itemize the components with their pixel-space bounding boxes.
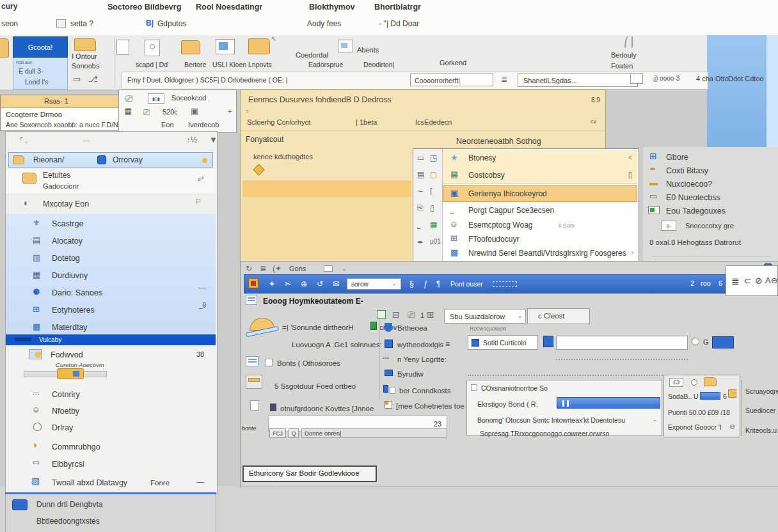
window-menu-item[interactable]: Gons bbox=[289, 265, 306, 273]
side-link[interactable]: Suediocer bbox=[745, 407, 775, 414]
menu-item[interactable]: Rool Noesdatingr bbox=[196, 3, 262, 12]
edit-icon[interactable]: (✦ bbox=[273, 265, 282, 272]
font-icon[interactable]: A⊖ bbox=[765, 276, 778, 285]
building-icon[interactable]: ⎚ bbox=[408, 310, 415, 319]
highlight-row[interactable] bbox=[242, 180, 411, 197]
block-icon[interactable]: ⊘ bbox=[755, 276, 763, 285]
sidebar-item-label[interactable]: Fodwvod bbox=[51, 350, 83, 359]
save-icon[interactable]: ▯ bbox=[430, 204, 434, 212]
connection-row[interactable]: Ekrstigoy Bond ( R, bbox=[477, 400, 538, 409]
ribbon-label[interactable]: Sonoobs bbox=[72, 62, 99, 70]
option-label[interactable]: 5 Ssgotduur Foed ortbeo bbox=[274, 382, 356, 391]
sidebar-item[interactable]: ▭ Elbbyrcsl bbox=[6, 457, 216, 474]
printer-icon[interactable]: ⎚ bbox=[143, 108, 150, 116]
footer-item[interactable]: Dunn drtl Dengbvta bbox=[36, 501, 102, 510]
fcj-button[interactable]: FCJ bbox=[269, 428, 286, 438]
menu-item[interactable]: ⎉ Esemcptocg Woag 4 Som bbox=[443, 219, 637, 233]
reply-icon[interactable]: ✦ bbox=[269, 280, 275, 288]
toolbar-item[interactable]: - ''| Dd Doar bbox=[379, 20, 419, 29]
wave-icon[interactable]: ∼ bbox=[417, 187, 424, 195]
sidebar-item[interactable]: Eetultes Gadoccionr ⥂ bbox=[6, 169, 216, 194]
edit-article-button[interactable]: Sotitl Curticolo bbox=[468, 335, 538, 350]
sidebar-item[interactable]: ⎉ Nfoetby bbox=[6, 404, 216, 421]
mid-item[interactable]: Brtheoea bbox=[397, 324, 427, 332]
menu-item[interactable]: cury bbox=[1, 3, 17, 12]
radio-button[interactable] bbox=[691, 379, 697, 386]
panel-item[interactable]: ▬ Nuxcioecoo? bbox=[643, 178, 778, 191]
menu-item[interactable]: ▩ Nrewind Serel Beartdi/Vtrdsglrsxirg Fo… bbox=[443, 247, 637, 261]
status-item[interactable]: 4 cha Otto bbox=[696, 75, 729, 83]
panel-item[interactable]: ✒ Coxti Bitasy bbox=[643, 164, 778, 178]
option-label[interactable]: =| 'Sonunde dirtheorH bbox=[282, 324, 354, 332]
sort-ascending-icon[interactable]: ↑½ bbox=[186, 136, 197, 144]
sidebar-item[interactable]: ▤ Alocatoy bbox=[6, 235, 216, 251]
table-icon[interactable]: ▦ bbox=[430, 221, 437, 228]
side-link[interactable]: Scruayoqret bbox=[745, 387, 778, 395]
connection-row[interactable]: Sopresag TRrxocgoonoggo.cowreer.orwrso bbox=[480, 430, 609, 437]
menu-item-highlighted[interactable]: ▣ Gerlienya Ihlcookeyrod bbox=[443, 185, 637, 202]
pen-icon[interactable]: ✒ bbox=[417, 239, 424, 246]
keyboard-icon[interactable] bbox=[630, 73, 643, 84]
menu-item[interactable]: ▦ Gostcobsy [] bbox=[443, 167, 637, 184]
monitor-icon[interactable] bbox=[216, 39, 235, 54]
connection-row[interactable]: COxsnaniotnorrtoe So bbox=[481, 384, 548, 392]
refresh-icon[interactable]: ↻ bbox=[246, 265, 252, 272]
view-selector[interactable]: sorow ⌄ bbox=[347, 278, 401, 290]
panel-item[interactable]: 8 oxal.8 Hehogtass Datrorut bbox=[643, 237, 778, 250]
caret-icon[interactable]: μ01 bbox=[430, 239, 441, 245]
bottom-tab[interactable]: Ethuricony Sar Bodir Godlevkiooe bbox=[242, 465, 377, 482]
menu-icon[interactable]: ≡ bbox=[445, 340, 450, 348]
sidebar-item[interactable]: ⚈ Dario: Sanoes bbox=[6, 286, 216, 303]
clear-button[interactable]: c Cleost bbox=[527, 308, 590, 324]
table-icon[interactable]: ⊞ bbox=[427, 310, 434, 319]
mail-icon[interactable]: ✉ bbox=[333, 280, 339, 288]
option-label[interactable]: Bonts ( Othosoroes bbox=[277, 359, 340, 368]
side-link[interactable]: Kriteocls.u bbox=[745, 426, 777, 434]
color-swatch[interactable] bbox=[712, 336, 734, 348]
grid-icon[interactable]: ⊟ bbox=[392, 310, 400, 319]
mail-check-icon[interactable] bbox=[377, 310, 386, 319]
toolbar-item[interactable]: Aody fees bbox=[307, 20, 341, 29]
name-box[interactable]: Coooorrorherft| bbox=[410, 74, 493, 86]
mid-item[interactable]: n Yeny Logrtte: bbox=[397, 356, 447, 364]
sidebar-item-selected[interactable]: Rieonan/ Orrorvay bbox=[8, 152, 213, 168]
chevron-down-icon[interactable]: ⌄ bbox=[653, 418, 657, 423]
menu-item[interactable]: Soctoreo Bildbevrg bbox=[107, 3, 181, 12]
scissors-icon[interactable]: ✂ bbox=[285, 280, 291, 288]
server-icon[interactable]: ≣ bbox=[731, 276, 740, 286]
pin-icon[interactable]: ⥂ bbox=[198, 174, 204, 182]
undo-icon[interactable]: ↺ bbox=[317, 280, 323, 288]
status-item[interactable]: Ddot Cdtoo bbox=[728, 75, 764, 83]
panel-item[interactable]: ⊞ Gbore bbox=[643, 151, 778, 164]
sidebar-item[interactable]: ⎓ Cotnriry bbox=[6, 387, 216, 404]
checkbox[interactable] bbox=[471, 384, 477, 391]
subset-icon[interactable]: ⊂ bbox=[744, 276, 752, 285]
list-icon[interactable]: ≣ bbox=[260, 265, 266, 272]
sidebar-item[interactable]: ◑ Commrubhgo bbox=[6, 440, 216, 457]
mid-item[interactable]: wytheodoxlgis bbox=[397, 341, 443, 349]
ribbon-label[interactable]: Abents bbox=[357, 46, 379, 54]
menu-item[interactable]: ⎵ Porgt Cagpur Sce3ecsen bbox=[443, 203, 637, 219]
toolbar-item[interactable]: seon bbox=[1, 20, 18, 29]
placeholder-field[interactable] bbox=[493, 281, 517, 287]
mid-item[interactable]: [mee Cohetnetes toe bbox=[396, 402, 464, 411]
flag-icon[interactable]: ⌈ bbox=[430, 187, 433, 195]
plus-icon[interactable]: ⊕ bbox=[301, 280, 307, 288]
sidebar-item[interactable]: ⚜ Scastrge bbox=[6, 217, 216, 234]
copy-icon[interactable]: ▣ bbox=[191, 107, 198, 115]
box-icon[interactable] bbox=[324, 265, 333, 272]
page-icon[interactable]: ▭ bbox=[417, 154, 424, 162]
clipboard-icon[interactable] bbox=[145, 40, 160, 56]
beaker-icon[interactable] bbox=[116, 40, 129, 55]
folder-icon[interactable] bbox=[704, 377, 717, 386]
sidebar-item[interactable]: ◐ Mxcotay Eon ⚐ bbox=[6, 194, 216, 214]
option-label[interactable]: Luovuogn A .Ge1 soinnues: bbox=[292, 341, 382, 349]
folder-export-icon[interactable] bbox=[248, 38, 270, 54]
monitor-icon[interactable]: ⎚ bbox=[125, 94, 132, 103]
sidebar-item[interactable]: ▥ Dotetog bbox=[6, 252, 216, 269]
currency-button[interactable]: £3 bbox=[669, 378, 683, 387]
menu-item[interactable]: ⊞ FToofoudocuyr bbox=[443, 233, 637, 247]
option-label[interactable]: otnufgrdoonc Kovttes [Jnnoe bbox=[280, 405, 374, 413]
checkbox[interactable] bbox=[265, 359, 273, 366]
connection-row[interactable]: Bonomg' Otocsun Sontc Intowrteax'kt Doen… bbox=[477, 416, 625, 424]
